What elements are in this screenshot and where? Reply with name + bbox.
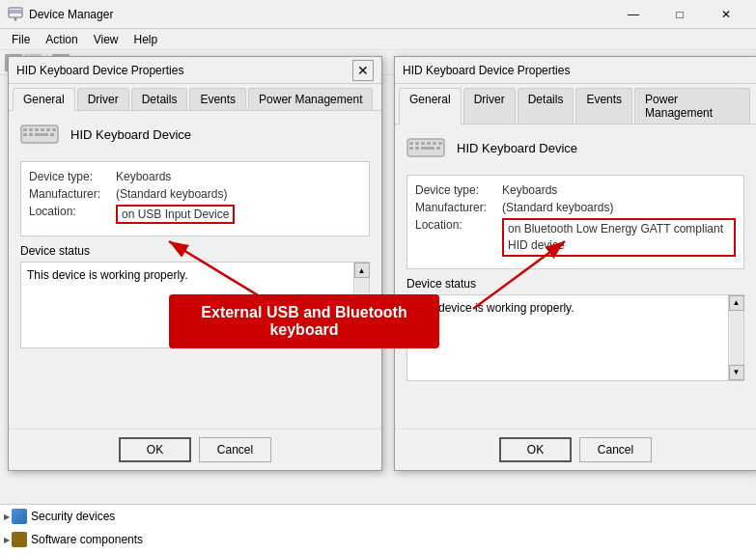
menu-bar: File Action View Help <box>0 29 756 50</box>
location-value-right: on Bluetooth Low Energy GATT compliant H… <box>502 218 736 257</box>
manufacturer-row-right: Manufacturer: (Standard keyboards) <box>415 201 736 214</box>
svg-rect-18 <box>427 142 431 145</box>
menu-view[interactable]: View <box>86 31 126 48</box>
dialog-right-footer: OK Cancel <box>395 429 756 470</box>
svg-rect-22 <box>415 147 419 150</box>
svg-rect-10 <box>23 133 27 136</box>
app-icon <box>8 7 23 22</box>
svg-rect-7 <box>41 128 44 131</box>
svg-rect-15 <box>409 142 413 145</box>
svg-rect-20 <box>438 142 442 145</box>
svg-rect-6 <box>35 128 39 131</box>
device-status-text-right: This device is working properly. <box>413 301 574 315</box>
security-device-icon <box>12 509 27 524</box>
dialog-left-footer: OK Cancel <box>9 429 381 470</box>
maximize-button[interactable]: □ <box>658 0 702 29</box>
location-value-left: on USB Input Device <box>116 205 235 224</box>
svg-rect-17 <box>421 142 425 145</box>
svg-rect-16 <box>415 142 419 145</box>
window-controls: — □ ✕ <box>611 0 748 29</box>
menu-action[interactable]: Action <box>38 31 85 48</box>
svg-point-2 <box>14 17 17 20</box>
device-status-section-right: Device status This device is working pro… <box>406 277 744 381</box>
scrollbar-up-right[interactable]: ▲ <box>729 295 744 311</box>
title-bar: Device Manager — □ ✕ <box>0 0 756 29</box>
tab-driver-right[interactable]: Driver <box>463 88 516 124</box>
dialog-left-titlebar: HID Keyboard Device Properties ✕ <box>9 57 381 84</box>
cancel-button-left[interactable]: Cancel <box>199 437 271 462</box>
close-button[interactable]: ✕ <box>704 0 748 29</box>
svg-rect-24 <box>436 147 440 150</box>
ok-button-right[interactable]: OK <box>499 437 572 462</box>
dialog-right-tabs: General Driver Details Events Power Mana… <box>395 84 756 125</box>
minimize-button[interactable]: — <box>611 0 656 29</box>
svg-rect-21 <box>409 147 413 150</box>
tab-details-right[interactable]: Details <box>518 88 574 124</box>
dialog-right-titlebar: HID Keyboard Device Properties <box>395 57 756 84</box>
device-type-row-right: Device type: Keyboards <box>415 183 736 197</box>
window-title: Device Manager <box>29 8 611 21</box>
svg-rect-5 <box>29 128 33 131</box>
tab-general-left[interactable]: General <box>13 88 75 111</box>
security-label: Security devices <box>31 510 115 523</box>
scrollbar-track-right <box>730 311 743 365</box>
tab-events-right[interactable]: Events <box>575 88 632 124</box>
expand-icon-security: ▶ <box>4 512 10 521</box>
device-type-label-right: Device type: <box>415 183 502 197</box>
properties-left: Device type: Keyboards Manufacturer: (St… <box>20 161 370 236</box>
tree-item-security[interactable]: ▶ Security devices <box>0 505 756 528</box>
svg-rect-13 <box>50 133 54 136</box>
svg-rect-4 <box>23 128 27 131</box>
svg-rect-9 <box>52 128 56 131</box>
status-scrollbar-right[interactable]: ▲ ▼ <box>728 295 743 380</box>
device-type-row-left: Device type: Keyboards <box>29 170 361 183</box>
manufacturer-value-left: (Standard keyboards) <box>116 187 227 201</box>
device-type-value-left: Keyboards <box>116 170 171 183</box>
scrollbar-up-left[interactable]: ▲ <box>354 263 370 278</box>
dialog-left-title: HID Keyboard Device Properties <box>16 64 352 77</box>
device-name-left: HID Keyboard Device <box>70 127 191 142</box>
svg-rect-1 <box>10 10 21 14</box>
tab-general-right[interactable]: General <box>399 88 462 125</box>
dialog-left-close[interactable]: ✕ <box>352 60 374 81</box>
device-status-box-left: This device is working properly. ▲ ▼ <box>20 262 370 348</box>
properties-right: Device type: Keyboards Manufacturer: (St… <box>406 175 744 269</box>
scrollbar-down-left[interactable]: ▼ <box>354 332 370 347</box>
dialog-left-tabs: General Driver Details Events Power Mana… <box>9 84 381 111</box>
tab-power-right[interactable]: Power Management <box>634 88 750 124</box>
manufacturer-row-left: Manufacturer: (Standard keyboards) <box>29 187 361 201</box>
device-status-section-left: Device status This device is working pro… <box>20 244 370 348</box>
device-status-label-right: Device status <box>406 277 744 291</box>
cancel-button-right[interactable]: Cancel <box>579 437 652 462</box>
tab-power-left[interactable]: Power Management <box>248 88 373 110</box>
device-status-box-right: This device is working properly. ▲ ▼ <box>406 294 744 381</box>
tab-driver-left[interactable]: Driver <box>77 88 129 110</box>
device-header-left: HID Keyboard Device <box>20 123 370 146</box>
device-manager-tree: ▶ Security devices ▶ Software components <box>0 504 756 554</box>
keyboard-icon-right <box>406 136 445 159</box>
svg-rect-19 <box>433 142 436 145</box>
dialog-right-title: HID Keyboard Device Properties <box>403 64 748 77</box>
status-scrollbar-left[interactable]: ▲ ▼ <box>353 263 369 347</box>
keyboard-icon-left <box>20 123 59 146</box>
tree-item-software[interactable]: ▶ Software components <box>0 528 756 551</box>
software-component-icon <box>12 532 27 547</box>
tab-events-left[interactable]: Events <box>189 88 246 110</box>
expand-icon-software: ▶ <box>4 536 10 544</box>
svg-rect-8 <box>46 128 50 131</box>
ok-button-left[interactable]: OK <box>119 437 191 462</box>
svg-rect-12 <box>35 133 48 136</box>
device-status-label-left: Device status <box>20 244 370 258</box>
menu-file[interactable]: File <box>4 31 38 48</box>
dialog-right: HID Keyboard Device Properties General D… <box>394 56 756 471</box>
device-header-right: HID Keyboard Device <box>406 136 744 159</box>
menu-help[interactable]: Help <box>126 31 166 48</box>
location-label-left: Location: <box>29 205 116 218</box>
tab-details-left[interactable]: Details <box>131 88 188 110</box>
dialog-left-body: HID Keyboard Device Device type: Keyboar… <box>9 111 381 395</box>
location-row-right: Location: on Bluetooth Low Energy GATT c… <box>415 218 736 257</box>
dialog-right-body: HID Keyboard Device Device type: Keyboar… <box>395 125 756 410</box>
software-label: Software components <box>31 533 143 546</box>
scrollbar-down-right[interactable]: ▼ <box>729 365 744 380</box>
manufacturer-label-left: Manufacturer: <box>29 187 116 201</box>
